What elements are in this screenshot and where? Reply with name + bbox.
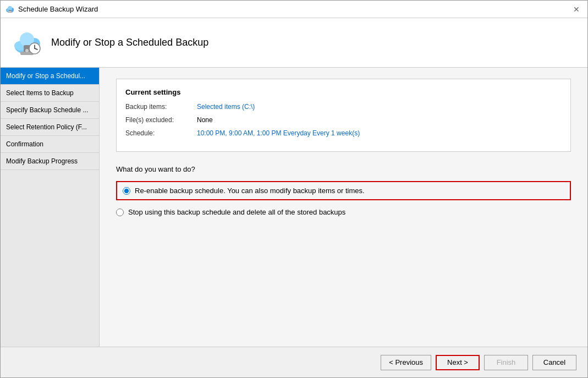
sidebar-item-confirmation[interactable]: Confirmation [1,136,99,153]
app-icon [5,4,15,14]
settings-row-backup-items: Backup items: Selected items (C:\) [125,103,562,111]
footer: < Previous Next > Finish Cancel [1,347,587,377]
sidebar-item-modify-stop[interactable]: Modify or Stop a Schedul... [1,68,99,85]
svg-point-3 [8,6,12,10]
settings-value-backup-items: Selected items (C:\) [197,103,255,111]
settings-title: Current settings [125,88,562,96]
title-bar: Schedule Backup Wizard ✕ [1,1,587,18]
window-title: Schedule Backup Wizard [18,5,98,13]
sidebar-item-backup-progress[interactable]: Modify Backup Progress [1,153,99,170]
settings-label-backup-items: Backup items: [125,103,197,111]
sidebar-item-select-items[interactable]: Select Items to Backup [1,85,99,102]
finish-button[interactable]: Finish [484,355,528,370]
title-bar-left: Schedule Backup Wizard [5,4,98,14]
close-button[interactable]: ✕ [570,3,583,16]
page-title: Modify or Stop a Scheduled Backup [51,37,208,48]
settings-row-schedule: Schedule: 10:00 PM, 9:00 AM, 1:00 PM Eve… [125,129,562,137]
previous-button[interactable]: < Previous [381,355,431,370]
radio-reenable-label: Re-enable backup schedule. You can also … [135,187,365,195]
svg-point-13 [25,49,29,52]
svg-point-6 [8,11,12,12]
radio-stop[interactable] [116,209,124,216]
question-label: What do you want to do? [116,165,571,173]
wizard-window: Schedule Backup Wizard ✕ Modify or Stop … [0,0,588,378]
radio-reenable[interactable] [123,187,130,195]
content-area: Modify or Stop a Schedul... Select Items… [1,68,587,347]
radio-option-reenable[interactable]: Re-enable backup schedule. You can also … [116,181,571,200]
main-content: Current settings Backup items: Selected … [100,68,587,347]
radio-stop-label: Stop using this backup schedule and dele… [128,208,345,216]
settings-label-files-excluded: File(s) excluded: [125,116,197,124]
settings-label-schedule: Schedule: [125,129,197,137]
cancel-button[interactable]: Cancel [532,355,576,370]
settings-row-files-excluded: File(s) excluded: None [125,116,562,124]
settings-box: Current settings Backup items: Selected … [116,79,571,152]
settings-value-files-excluded: None [197,116,213,124]
radio-option-stop[interactable]: Stop using this backup schedule and dele… [116,208,571,216]
sidebar-item-retention-policy[interactable]: Select Retention Policy (F... [1,119,99,136]
header-area: Modify or Stop a Scheduled Backup [1,18,587,68]
sidebar-item-specify-schedule[interactable]: Specify Backup Schedule ... [1,102,99,119]
next-button[interactable]: Next > [436,355,480,370]
header-icon [12,28,42,58]
sidebar: Modify or Stop a Schedul... Select Items… [1,68,100,347]
settings-value-schedule: 10:00 PM, 9:00 AM, 1:00 PM Everyday Ever… [197,129,360,137]
